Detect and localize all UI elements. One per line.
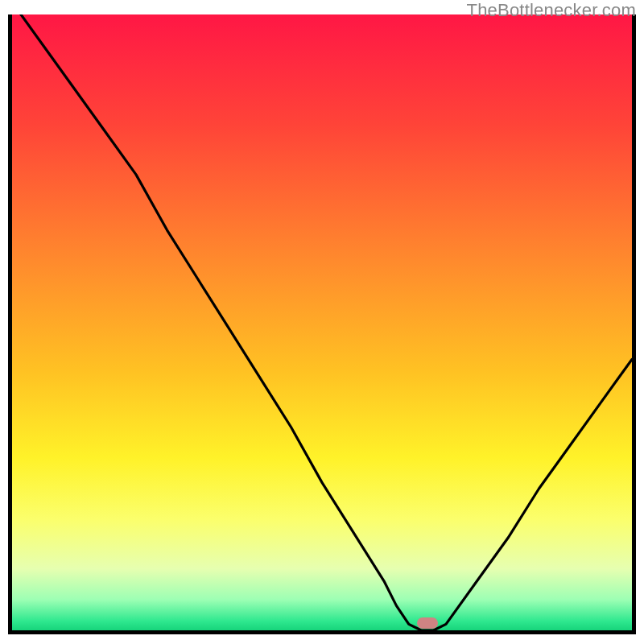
- bottleneck-curve: [12, 14, 632, 630]
- optimal-marker: [417, 617, 438, 629]
- bottleneck-chart: TheBottlenecker.com: [0, 0, 644, 644]
- attribution-label: TheBottlenecker.com: [467, 0, 636, 21]
- plot-area: [8, 14, 636, 634]
